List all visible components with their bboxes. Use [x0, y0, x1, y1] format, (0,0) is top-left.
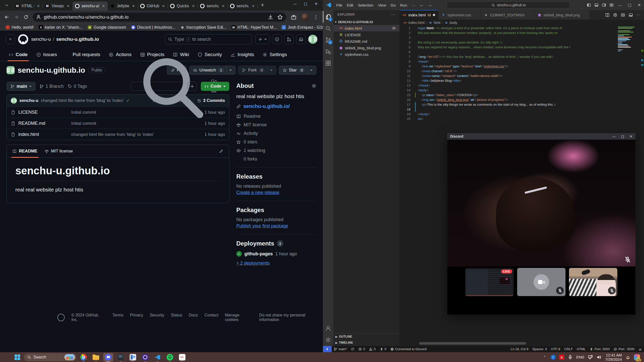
edit-readme-pencil-icon[interactable]	[219, 149, 223, 153]
repo-title[interactable]: senchu-u.github.io	[18, 66, 85, 74]
footer-link[interactable]: Privacy	[130, 313, 143, 322]
deployments-heading[interactable]: Deployments	[236, 240, 274, 247]
editor-more-icon[interactable]: ···	[636, 13, 640, 17]
repo-tab-actions[interactable]: Actions	[106, 49, 134, 61]
code-line-12[interactable]: 12 <title>Jellybean Blog</title>	[399, 78, 644, 83]
tab-close-icon[interactable]: ✕	[161, 4, 166, 8]
timeline-section[interactable]: ▶TIMELINE	[333, 340, 399, 346]
status-item-port-5500[interactable]: Port : 5500	[612, 347, 636, 351]
vscode-minimize-button[interactable]: —	[615, 0, 625, 10]
bookmark-item-1[interactable]: Hello, world!	[4, 25, 36, 30]
customize-layout-icon[interactable]	[608, 0, 615, 10]
taskbar-app-chrome[interactable]	[79, 353, 89, 361]
overview-ruler[interactable]	[640, 26, 644, 346]
deployment-row[interactable]: ✓ github-pages 1 hour ago	[236, 251, 316, 257]
repo-tab-issues[interactable]: Issues	[33, 49, 60, 61]
address-bar[interactable]: github.com/senchu-u/senchu-u.github.io	[33, 13, 286, 22]
taskbar-app-snipping-tool[interactable]	[177, 353, 187, 361]
amd-software-icon[interactable]: a	[559, 355, 564, 360]
footer-link[interactable]: Security	[150, 313, 164, 322]
nav-back-icon[interactable]: ←	[420, 3, 424, 8]
menu-go[interactable]: Go	[388, 3, 398, 7]
editor-tab-COMMIT_EDITMSG[interactable]: ◈COMMIT_EDITMSG	[481, 10, 535, 20]
discord-minimize-button[interactable]: —	[612, 135, 616, 138]
toggle-panel-icon[interactable]	[593, 0, 600, 10]
extensions-puzzle-icon[interactable]	[291, 14, 297, 20]
copilot-icon[interactable]: PRE	[634, 354, 640, 360]
taskbar-search[interactable]: Search	[24, 353, 76, 361]
hamburger-menu-button[interactable]: ≡	[6, 34, 15, 44]
code-line-17[interactable]: 17 <p>This is the silly things ive wrote…	[399, 102, 644, 107]
main-video-feed[interactable]	[447, 140, 635, 266]
add-file-button[interactable]	[188, 82, 197, 91]
discord-close-button[interactable]: ✕	[630, 135, 632, 138]
taskbar-app-explorer[interactable]	[91, 353, 101, 361]
breadcrumb-segment[interactable]: index.html	[408, 21, 425, 25]
code-line-19[interactable]: 19</body>	[399, 112, 644, 116]
website-link[interactable]: senchu-u.github.io/	[236, 103, 316, 109]
code-line-7[interactable]: 7l lang="en-US"> <!--this has the 'lang'…	[399, 54, 644, 59]
forward-button[interactable]	[12, 13, 21, 21]
chrome-close-button[interactable]: ✕	[311, 0, 321, 8]
commit-history-link[interactable]: 3 Commits	[193, 98, 225, 103]
run-debug-activity-icon[interactable]	[323, 46, 333, 57]
explorer-activity-icon[interactable]: 1	[323, 11, 333, 23]
pull-requests-header-button[interactable]	[284, 34, 294, 44]
unwatch-caret[interactable]	[229, 70, 232, 71]
tree-item-README.md[interactable]: ⓘREADME.md	[333, 38, 399, 45]
status-item[interactable]	[636, 347, 644, 351]
file-name[interactable]: index.html	[18, 132, 71, 137]
discord-maximize-button[interactable]: ▢	[621, 135, 624, 138]
file-commit-message[interactable]: Initial commit	[71, 121, 205, 126]
repo-tab-insights[interactable]: Insights	[228, 49, 257, 61]
bookmark-item-7[interactable]: ≡Josh Enriquez - G10...	[280, 25, 323, 30]
star-button[interactable]: Star0	[279, 66, 316, 75]
more-deployments-link[interactable]: + 2 deployments	[236, 261, 316, 266]
code-line-3[interactable]: 3	[399, 35, 644, 40]
bookmark-item-2[interactable]: Xkarter on X: "sharin...	[37, 25, 85, 30]
status-item-ln-18-col-9[interactable]: Ln 18, Col 9	[509, 347, 530, 351]
split-editor-icon[interactable]	[605, 13, 610, 17]
repo-tab-wiki[interactable]: Wiki	[170, 49, 192, 61]
footer-link[interactable]: Status	[171, 313, 182, 322]
screen-share-thumbnail[interactable]: LIVE	[465, 268, 514, 296]
about-item-activity[interactable]: Activity	[236, 131, 316, 136]
about-item-readme[interactable]: Readme	[236, 114, 316, 119]
code-line-15[interactable]: 15 <p class="dates_class">7/29/2024</p>	[399, 93, 644, 97]
file-commit-message[interactable]: changed html file name from 'blog' to 'i…	[71, 132, 205, 137]
menu-view[interactable]: View	[376, 3, 388, 7]
code-line-1[interactable]: 1ctype html> <!--doctype is kind of a 'p…	[399, 26, 644, 30]
remote-indicator[interactable]	[323, 346, 332, 352]
tab-close-icon[interactable]: ✕	[66, 4, 70, 8]
star-caret[interactable]	[310, 70, 313, 71]
fork-button[interactable]: Fork0	[238, 66, 276, 75]
profile-avatar[interactable]	[301, 13, 309, 21]
browser-tab-1[interactable]: MHTML basi✕	[13, 2, 43, 11]
account-icon[interactable]	[323, 323, 333, 334]
code-line-18[interactable]: 18	[399, 107, 644, 112]
editor-tab-index.html[interactable]: <>index.htmlM	[399, 10, 438, 20]
publish-package-link[interactable]: Publish your first package	[236, 223, 316, 229]
taskbar-app-discord[interactable]	[103, 353, 113, 361]
taskbar-app-dark-app[interactable]	[116, 353, 126, 361]
status-item-port-3000[interactable]: Port: 3000	[588, 347, 612, 351]
branch-selector[interactable]: main	[7, 82, 35, 91]
panel-toggle-icon[interactable]	[629, 13, 633, 17]
browser-tab-3[interactable]: senchu-u/s✕	[72, 2, 108, 11]
menu-file[interactable]: File	[334, 3, 345, 7]
site-settings-icon[interactable]	[36, 14, 41, 20]
bookmark-item-5[interactable]: ◍Inscryption Save Edi...	[178, 25, 229, 30]
tab-close-icon[interactable]: ✕	[191, 4, 196, 8]
gear-icon[interactable]	[312, 84, 316, 88]
discord-title-bar[interactable]: Discord — ▢ ✕	[447, 133, 635, 140]
create-release-link[interactable]: Create a new release	[236, 190, 316, 195]
footer-link[interactable]: Docs	[189, 313, 198, 322]
nav-forward-icon[interactable]: →	[428, 3, 432, 8]
tab-close-icon[interactable]: ✕	[251, 4, 255, 8]
browser-tab-2[interactable]: MViewport c✕	[43, 2, 72, 11]
vscode-close-button[interactable]: ✕	[634, 0, 644, 10]
new-tab-button[interactable]: +	[259, 2, 266, 9]
vscode-maximize-button[interactable]: ▢	[625, 0, 634, 10]
code-line-2[interactable]: 2this just ensures that the browser rend…	[399, 30, 644, 35]
browser-tab-8[interactable]: senchu-u.g✕	[228, 2, 257, 11]
